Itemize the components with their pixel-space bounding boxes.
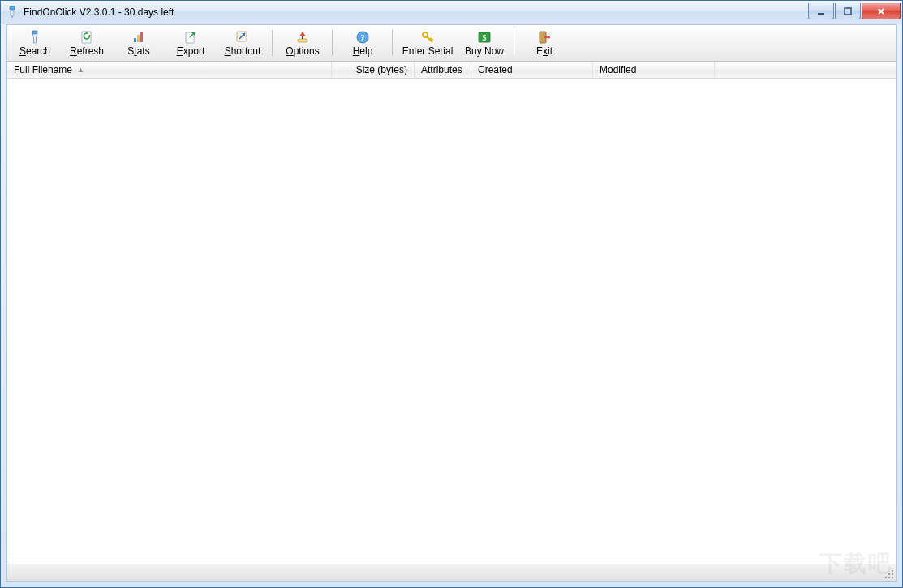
window-controls [807, 4, 901, 20]
column-created[interactable]: Created [471, 62, 593, 78]
svg-text:?: ? [360, 32, 365, 42]
column-spacer [715, 62, 896, 78]
window-title: FindOnClick V2.3.0.1 - 30 days left [24, 6, 807, 18]
svg-rect-28 [888, 573, 890, 575]
export-button[interactable]: Export [165, 25, 217, 61]
status-bar [7, 564, 896, 581]
column-modified[interactable]: Modified [593, 62, 715, 78]
app-icon [6, 6, 19, 19]
enter-serial-label: Enter Serial [402, 45, 454, 57]
svg-line-5 [879, 9, 884, 14]
svg-rect-29 [892, 573, 893, 575]
key-icon [420, 30, 435, 45]
refresh-icon [80, 30, 94, 45]
help-button[interactable]: ? Help [337, 25, 389, 61]
stats-button[interactable]: Stats [113, 25, 165, 61]
dollar-icon: $ [477, 30, 492, 45]
help-label: Help [353, 45, 373, 57]
svg-rect-19 [302, 36, 303, 39]
svg-rect-0 [10, 6, 15, 10]
options-label: Options [286, 45, 319, 57]
options-button[interactable]: Options [277, 25, 329, 61]
exit-icon [537, 30, 552, 45]
results-header: Full Filename ▲ Size (bytes) Attributes … [7, 62, 896, 79]
close-button[interactable] [862, 3, 901, 19]
column-label: Modified [600, 64, 636, 75]
buy-now-label: Buy Now [465, 45, 504, 57]
svg-rect-4 [845, 8, 851, 15]
column-label: Size (bytes) [356, 64, 407, 75]
toolbar-separator [332, 30, 333, 56]
column-full-filename[interactable]: Full Filename ▲ [7, 62, 332, 78]
column-size[interactable]: Size (bytes) [332, 62, 415, 78]
svg-rect-32 [892, 577, 893, 578]
svg-rect-1 [11, 10, 14, 16]
svg-marker-18 [299, 32, 306, 36]
svg-rect-10 [134, 38, 136, 42]
export-label: Export [177, 45, 205, 57]
svg-text:$: $ [483, 33, 487, 42]
exit-label: Exit [536, 45, 553, 57]
shortcut-icon [235, 30, 250, 45]
refresh-button[interactable]: Refresh [61, 25, 113, 61]
help-icon: ? [355, 30, 370, 45]
title-bar[interactable]: FindOnClick V2.3.0.1 - 30 days left [1, 1, 902, 24]
svg-rect-27 [892, 570, 893, 572]
minimize-button[interactable] [808, 3, 834, 19]
stats-label: Stats [127, 45, 149, 57]
toolbar-separator [392, 30, 393, 56]
svg-rect-7 [32, 31, 37, 34]
enter-serial-button[interactable]: Enter Serial [397, 25, 458, 61]
toolbar-separator [272, 30, 273, 56]
export-icon [183, 30, 198, 45]
svg-line-6 [879, 9, 884, 14]
sort-asc-icon: ▲ [77, 66, 84, 74]
column-label: Full Filename [14, 64, 72, 75]
toolbar: Search Refresh [7, 25, 896, 62]
flashlight-icon [28, 30, 42, 45]
svg-rect-31 [888, 577, 890, 578]
svg-rect-3 [818, 13, 824, 15]
exit-button[interactable]: Exit [518, 25, 570, 61]
svg-rect-17 [298, 39, 307, 42]
shortcut-label: Shortcut [225, 45, 261, 57]
refresh-label: Refresh [70, 45, 104, 57]
size-grip-icon[interactable] [884, 569, 895, 580]
svg-rect-30 [885, 577, 887, 578]
maximize-button[interactable] [835, 3, 861, 19]
column-attributes[interactable]: Attributes [415, 62, 471, 78]
stats-icon [131, 30, 146, 45]
results-list[interactable] [7, 79, 896, 564]
client-area: Search Refresh [6, 24, 897, 582]
options-icon [295, 30, 310, 45]
svg-rect-11 [137, 35, 140, 42]
buy-now-button[interactable]: $ Buy Now [458, 25, 510, 61]
column-label: Created [478, 64, 513, 75]
search-button[interactable]: Search [9, 25, 61, 61]
svg-rect-12 [140, 32, 143, 42]
shortcut-button[interactable]: Shortcut [217, 25, 269, 61]
toolbar-separator [514, 30, 515, 56]
search-label: Search [19, 45, 50, 57]
application-window: FindOnClick V2.3.0.1 - 30 days left [0, 0, 903, 588]
column-label: Attributes [421, 64, 462, 75]
svg-marker-26 [548, 36, 550, 40]
